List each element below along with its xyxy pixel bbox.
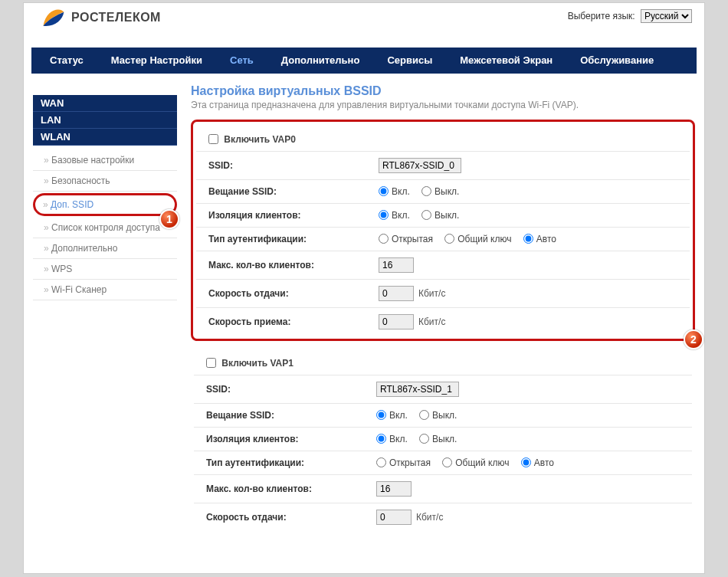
- vap0-broadcast-on-radio[interactable]: [379, 186, 389, 196]
- vap0-enable-row[interactable]: Включить VAP0: [208, 134, 296, 145]
- vap0-broadcast-on[interactable]: Вкл.: [379, 186, 410, 197]
- vap0-isolation-on[interactable]: Вкл.: [379, 210, 410, 221]
- vap0-isolation-on-radio[interactable]: [379, 210, 389, 220]
- vap1-auth-auto-radio[interactable]: [521, 457, 531, 467]
- sidebar-major-wan[interactable]: WAN: [33, 95, 177, 112]
- nav-firewall[interactable]: Межсетевой Экран: [446, 48, 566, 74]
- sidebar-item-acl[interactable]: Список контроля доступа: [33, 218, 177, 238]
- vap0-tx-unit: Кбит/с: [418, 288, 445, 299]
- vap0-auth-open-radio[interactable]: [379, 234, 389, 244]
- language-label: Выберите язык:: [568, 11, 635, 21]
- nav-network[interactable]: Сеть: [216, 48, 267, 74]
- vap1-broadcast-on[interactable]: Вкл.: [376, 410, 408, 421]
- vap0-auth-label: Тип аутентификации:: [196, 228, 374, 251]
- vap1-isolation-on-radio[interactable]: [376, 434, 386, 444]
- vap1-maxclients-input[interactable]: [376, 481, 412, 497]
- main: Настройка виртуальных BSSID Эта страница…: [191, 81, 695, 531]
- vap0-tx-label: Скорость отдачи:: [196, 280, 374, 308]
- nav-wizard[interactable]: Мастер Настройки: [97, 48, 216, 74]
- vap1-isolation-label: Изоляция клиентов:: [194, 428, 372, 451]
- vap1-tx-unit: Кбит/с: [416, 512, 443, 523]
- sidebar-subnav: Базовые настройки Безопасность Доп. SSID…: [33, 150, 177, 300]
- vap1-enable-row[interactable]: Включить VAP1: [206, 358, 293, 369]
- vap1-broadcast-off[interactable]: Выкл.: [419, 410, 457, 421]
- rostelecom-icon: [39, 4, 67, 31]
- sidebar-major-lan[interactable]: LAN: [33, 112, 177, 129]
- page-title: Настройка виртуальных BSSID: [191, 84, 695, 98]
- vap1-auth-shared[interactable]: Общий ключ: [442, 457, 509, 468]
- vap0-broadcast-label: Вещание SSID:: [196, 180, 374, 204]
- page-description: Эта страница предназначена для управлени…: [191, 100, 695, 110]
- vap0-broadcast-off-radio[interactable]: [421, 186, 431, 196]
- vap1-broadcast-on-radio[interactable]: [376, 410, 386, 420]
- vap0-rx-label: Скорость приема:: [196, 308, 374, 336]
- vap1-section: Включить VAP1 SSID: Вещание SSID: Вкл. В…: [191, 352, 695, 531]
- vap0-isolation-off-radio[interactable]: [421, 210, 431, 220]
- vap1-auth-label: Тип аутентификации:: [194, 451, 372, 475]
- vap1-auth-auto[interactable]: Авто: [521, 457, 554, 468]
- sidebar-item-advanced[interactable]: Дополнительно: [33, 238, 177, 259]
- annotation-1: Доп. SSID 1: [33, 193, 177, 216]
- vap0-maxclients-label: Макс. кол-во клиентов:: [196, 251, 374, 280]
- vap1-enable-label: Включить VAP1: [221, 358, 293, 369]
- vap1-enable-checkbox[interactable]: [206, 358, 216, 368]
- sidebar-major-wlan[interactable]: WLAN: [33, 129, 177, 146]
- vap0-auth-shared-radio[interactable]: [444, 234, 454, 244]
- vap0-panel: 2 Включить VAP0 SSID:: [191, 120, 695, 341]
- vap1-tx-label: Скорость отдачи:: [194, 503, 372, 532]
- vap0-isolation-off[interactable]: Выкл.: [421, 210, 459, 221]
- vap0-isolation-label: Изоляция клиентов:: [196, 204, 374, 228]
- vap1-ssid-label: SSID:: [194, 375, 372, 404]
- vap0-ssid-input[interactable]: [379, 158, 461, 173]
- sidebar-item-wps[interactable]: WPS: [33, 259, 177, 280]
- vap1-isolation-off-radio[interactable]: [419, 434, 429, 444]
- vap1-tx-input[interactable]: [376, 510, 412, 525]
- vap0-auth-open[interactable]: Открытая: [379, 234, 433, 244]
- brand-name: РОСТЕЛЕКОМ: [71, 11, 161, 25]
- vap0-form: Включить VAP0 SSID: Вещание SSID: Вкл. В…: [196, 128, 690, 336]
- language-picker: Выберите язык: Русский: [568, 9, 692, 23]
- annotation-badge-1: 1: [159, 209, 179, 229]
- vap0-rx-unit: Кбит/с: [418, 316, 445, 327]
- vap1-broadcast-label: Вещание SSID:: [194, 404, 372, 428]
- vap1-isolation-on[interactable]: Вкл.: [376, 434, 408, 444]
- annotation-badge-2: 2: [684, 329, 703, 349]
- sidebar-item-security[interactable]: Безопасность: [33, 171, 177, 192]
- vap1-form: Включить VAP1 SSID: Вещание SSID: Вкл. В…: [194, 352, 692, 531]
- vap0-tx-input[interactable]: [379, 286, 414, 301]
- vap0-maxclients-input[interactable]: [379, 257, 414, 273]
- language-select[interactable]: Русский: [641, 9, 692, 23]
- vap1-ssid-input[interactable]: [376, 382, 459, 397]
- brand-logo: РОСТЕЛЕКОМ: [39, 4, 161, 31]
- vap1-auth-shared-radio[interactable]: [442, 457, 452, 467]
- sidebar-item-add-ssid[interactable]: Доп. SSID: [43, 198, 172, 211]
- vap1-maxclients-label: Макс. кол-во клиентов:: [194, 475, 372, 503]
- vap0-rx-input[interactable]: [379, 314, 414, 329]
- vap1-isolation-off[interactable]: Выкл.: [419, 434, 457, 444]
- page-root: РОСТЕЛЕКОМ Выберите язык: Русский Статус…: [23, 2, 705, 574]
- vap1-auth-open-radio[interactable]: [376, 457, 386, 467]
- vap0-auth-auto-radio[interactable]: [523, 234, 533, 244]
- nav-services[interactable]: Сервисы: [373, 48, 446, 74]
- vap0-auth-shared[interactable]: Общий ключ: [444, 234, 511, 244]
- header: РОСТЕЛЕКОМ Выберите язык: Русский: [24, 3, 704, 44]
- sidebar-item-scanner[interactable]: Wi-Fi Сканер: [33, 280, 177, 300]
- main-nav: Статус Мастер Настройки Сеть Дополнитель…: [31, 48, 697, 74]
- nav-status[interactable]: Статус: [36, 48, 97, 74]
- content: WAN LAN WLAN Базовые настройки Безопасно…: [24, 74, 704, 531]
- vap1-broadcast-off-radio[interactable]: [419, 410, 429, 420]
- sidebar-item-basic[interactable]: Базовые настройки: [33, 150, 177, 171]
- vap1-auth-open[interactable]: Открытая: [376, 457, 431, 468]
- vap0-enable-checkbox[interactable]: [208, 134, 218, 144]
- nav-maintenance[interactable]: Обслуживание: [566, 48, 667, 74]
- vap0-ssid-label: SSID:: [196, 152, 374, 180]
- vap0-broadcast-off[interactable]: Выкл.: [421, 186, 459, 197]
- vap0-enable-label: Включить VAP0: [224, 134, 296, 145]
- vap0-auth-auto[interactable]: Авто: [523, 234, 556, 244]
- sidebar: WAN LAN WLAN Базовые настройки Безопасно…: [33, 81, 177, 531]
- nav-advanced[interactable]: Дополнительно: [267, 48, 374, 74]
